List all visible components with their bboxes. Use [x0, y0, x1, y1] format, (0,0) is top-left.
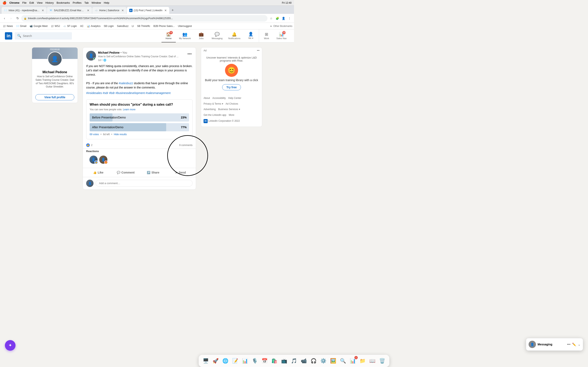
- menu-tab[interactable]: Tab: [84, 1, 89, 4]
- menu-help[interactable]: Help: [104, 1, 109, 4]
- tab-close-4[interactable]: ✕: [164, 9, 167, 12]
- poll-info: You can see how people vote. Learn more: [90, 108, 189, 111]
- chrome-tab-1[interactable]: ✉️ Inbox (41) - mpedone@salesb... ✕: [2, 7, 47, 14]
- footer-business-services[interactable]: Business Services ▾: [218, 107, 240, 112]
- add-comment-input[interactable]: Add a comment…: [95, 180, 192, 187]
- menu-view[interactable]: View: [37, 1, 43, 4]
- nav-me[interactable]: 👤 Me ▾: [244, 29, 258, 42]
- nav-messaging[interactable]: 💬 Messaging: [209, 29, 225, 42]
- nav-work[interactable]: ⊞ Work: [259, 29, 273, 42]
- bookmark-ubersuggest[interactable]: Ubersuggest: [177, 24, 193, 28]
- comment-icon: 💬: [117, 171, 120, 174]
- extensions-btn[interactable]: 🧩: [274, 16, 280, 21]
- bookmark-salesbuzz[interactable]: SalesBuzz: [116, 24, 130, 28]
- chrome-tab-2[interactable]: 📧 SALESBUZZ1 Email Marketing ... ✕: [47, 7, 92, 14]
- tab-close-3[interactable]: ✕: [121, 9, 124, 12]
- bookmark-gmail[interactable]: ✉️ Gmail: [15, 24, 27, 28]
- nav-jobs[interactable]: 💼 Jobs: [194, 29, 208, 42]
- footer-advertising[interactable]: Advertising: [204, 107, 216, 112]
- nav-notifications[interactable]: 🔔 Notifications: [226, 29, 243, 42]
- poll-option-1-label: Before Presentation/Demo: [92, 116, 126, 119]
- bookmark-gmeet[interactable]: 📹 Google Meet: [28, 24, 49, 28]
- nav-home[interactable]: 🏠 6 Home: [162, 29, 176, 42]
- poll-info-text: You can see how people vote.: [90, 108, 122, 111]
- bookmark-news[interactable]: 📰 News: [2, 24, 14, 28]
- refresh-button[interactable]: ↻: [15, 16, 20, 21]
- bookmark-analytics[interactable]: 📊 Analytics: [86, 24, 102, 28]
- bookmarks-more-btn[interactable]: »: [270, 25, 272, 27]
- hashtag-bizdev[interactable]: #businessdevelopment: [116, 91, 145, 95]
- poll-learn-more[interactable]: Learn more: [123, 108, 135, 111]
- chrome-tab-4[interactable]: in (13) Post | Feed | LinkedIn ✕: [127, 7, 169, 14]
- share-button[interactable]: ↗️ Share: [139, 169, 167, 176]
- search-bar[interactable]: 🔍: [15, 32, 72, 40]
- comment-button[interactable]: 💬 Comment: [112, 169, 139, 176]
- hashtag-salesbuzz[interactable]: #salesbuzz: [119, 82, 133, 85]
- share-icon: ↗️: [147, 171, 150, 174]
- footer-about[interactable]: About: [204, 96, 210, 100]
- chrome-tab-3[interactable]: ☁️ Home | Salesforce ✕: [92, 7, 126, 14]
- bookmark-wsj[interactable]: 📰 WSJ: [50, 24, 61, 28]
- post-body-p1: If you are NOT hitting quota consistentl…: [86, 64, 192, 77]
- footer-help-center[interactable]: Help Center: [228, 96, 241, 100]
- forward-button[interactable]: ›: [8, 16, 14, 21]
- view-profile-button[interactable]: View full profile: [35, 94, 74, 100]
- apple-logo[interactable]: 🍎: [2, 1, 7, 5]
- bookmark-sf[interactable]: ☁️ SF Login: [62, 24, 78, 28]
- bookmark-li-label: LI: [132, 25, 134, 27]
- footer-ad-choices[interactable]: Ad Choices: [226, 102, 238, 106]
- bookmark-sblogin[interactable]: SB Login: [103, 24, 115, 28]
- bookmark-b2b-label: B2B Phone Sales...: [153, 25, 174, 27]
- hashtag-sdr[interactable]: #sdr: [103, 91, 108, 95]
- tab-title-1: Inbox (41) - mpedone@salesb...: [9, 9, 40, 12]
- hashtag-bdr[interactable]: #bdr: [109, 91, 115, 95]
- menu-chrome[interactable]: Chrome: [9, 1, 19, 4]
- hide-results-button[interactable]: Hide results: [114, 133, 127, 136]
- bookmark-sbthink[interactable]: SB ThinkIflc: [136, 24, 151, 28]
- search-input[interactable]: [23, 34, 68, 38]
- tab-close-1[interactable]: ✕: [42, 9, 44, 12]
- try-free-button[interactable]: Try free: [222, 84, 241, 90]
- hashtag-insidesales[interactable]: #insidesales: [86, 91, 102, 95]
- search-icon: 🔍: [17, 34, 21, 38]
- linkedin-logo[interactable]: in: [5, 32, 12, 40]
- footer-accessibility[interactable]: Accessibility: [212, 96, 226, 100]
- new-tab-button[interactable]: +: [170, 7, 175, 13]
- like-button[interactable]: 👍 Like: [85, 169, 112, 176]
- address-bar[interactable]: 🔒 linkedin.com/feed/update/urn:li:activi…: [21, 15, 268, 22]
- poll-option-2[interactable]: After Presentation/Demo 77%: [90, 123, 189, 131]
- nav-sales[interactable]: 📊 13 Sales Nav: [274, 29, 289, 42]
- footer-privacy-terms[interactable]: Privacy & Terms ▾: [204, 102, 223, 106]
- nav-network[interactable]: 👥 My Network: [177, 29, 193, 42]
- menu-file[interactable]: File: [22, 1, 26, 4]
- menu-edit[interactable]: Edit: [29, 1, 34, 4]
- footer-get-app[interactable]: Get the LinkedIn app: [204, 113, 226, 117]
- poll-votes[interactable]: 69 votes: [90, 133, 99, 136]
- menu-window[interactable]: Window: [91, 1, 101, 4]
- hashtag-salesmgmt[interactable]: #salesmanagement: [146, 91, 171, 95]
- comment-label: Comment: [121, 171, 135, 174]
- other-bookmarks[interactable]: Other Bookmarks: [273, 25, 292, 27]
- ad-more-icon[interactable]: •••: [257, 49, 259, 52]
- back-button[interactable]: ‹: [2, 16, 7, 21]
- bookmark-sf-label: SF Login: [67, 25, 77, 27]
- send-button[interactable]: ➤ Send: [167, 169, 194, 176]
- menu-bookmarks[interactable]: Bookmarks: [57, 1, 70, 4]
- menu-profiles[interactable]: Profiles: [73, 1, 81, 4]
- bookmark-b2b[interactable]: B2B Phone Sales...: [152, 24, 176, 28]
- footer-more[interactable]: More: [229, 113, 234, 117]
- poll-option-1[interactable]: Before Presentation/Demo 23%: [90, 113, 189, 122]
- online-indicator: [93, 58, 96, 60]
- post-more-button[interactable]: •••: [187, 51, 192, 57]
- profile-btn[interactable]: 👤: [281, 16, 286, 21]
- bookmark-ac-label: AC: [80, 25, 84, 27]
- bookmark-li[interactable]: LI: [131, 24, 135, 28]
- menu-btn[interactable]: ⋮: [287, 16, 292, 21]
- bookmark-star[interactable]: ☆: [268, 16, 274, 21]
- poll-container: When should you discuss "price" during a…: [86, 99, 192, 139]
- me-icon: 👤: [248, 32, 253, 36]
- footer-links-row3: Advertising Business Services ▾: [204, 107, 259, 112]
- menu-history[interactable]: History: [45, 1, 53, 4]
- bookmark-ac[interactable]: AC: [79, 24, 85, 28]
- tab-close-2[interactable]: ✕: [87, 9, 89, 12]
